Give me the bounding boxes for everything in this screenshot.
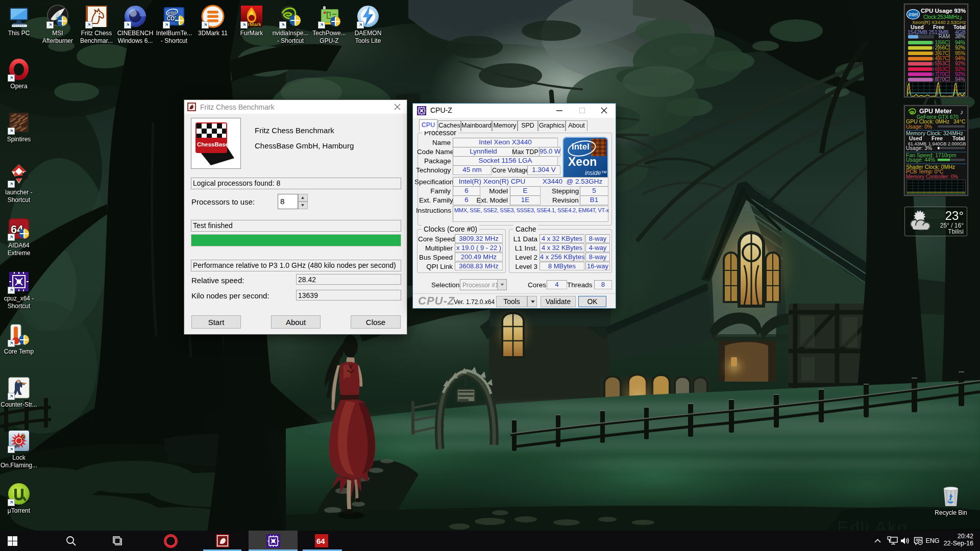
svg-text:Usage: 44%: Usage: 44% [906, 157, 935, 163]
svg-text:RAM: RAM [939, 34, 950, 39]
svg-text:1542MB: 1542MB [908, 29, 927, 35]
svg-text:Usage: 3%: Usage: 3% [906, 145, 932, 151]
svg-text:92%: 92% [955, 61, 965, 66]
svg-text:94%: 94% [955, 40, 965, 45]
svg-text:38%: 38% [955, 34, 965, 39]
svg-text:Used: Used [909, 135, 922, 141]
svg-text:Clock:2534MHz: Clock:2534MHz [923, 14, 960, 20]
svg-text:1[66C]: 1[66C] [935, 40, 950, 45]
svg-text:95%: 95% [955, 51, 965, 56]
svg-text:7[70C]: 7[70C] [935, 71, 950, 77]
svg-text:Memory Controller: 0%: Memory Controller: 0% [906, 174, 958, 180]
svg-text:CPU Usage 93%: CPU Usage 93% [921, 8, 966, 14]
svg-text:Free: Free [932, 135, 943, 141]
svg-text:5[63C]: 5[63C] [935, 61, 950, 66]
svg-text:intel: intel [168, 10, 177, 15]
svg-text:34°C: 34°C [953, 118, 966, 124]
svg-text:♪: ♪ [960, 108, 964, 116]
svg-text:64: 64 [316, 537, 325, 545]
svg-text:3[67C]: 3[67C] [935, 51, 950, 56]
svg-text:intel: intel [909, 12, 918, 17]
svg-text:2: 2 [21, 433, 24, 440]
svg-text:2.000GB: 2.000GB [948, 141, 966, 146]
svg-text:92%: 92% [955, 45, 965, 51]
svg-text:ChessBase: ChessBase [197, 141, 229, 147]
svg-text:Usage: 0%: Usage: 0% [906, 123, 932, 130]
svg-text:92%: 92% [955, 71, 965, 77]
svg-text:2[66C]: 2[66C] [935, 45, 950, 51]
svg-text:Total: Total [952, 135, 965, 141]
